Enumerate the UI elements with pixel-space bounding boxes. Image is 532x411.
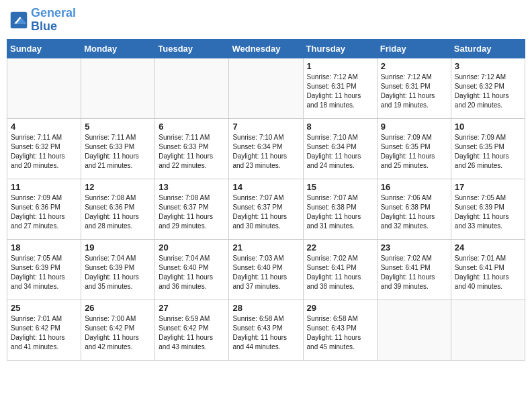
day-info: Sunrise: 7:08 AM Sunset: 6:37 PM Dayligh… bbox=[159, 193, 225, 231]
day-info: Sunrise: 7:12 AM Sunset: 6:32 PM Dayligh… bbox=[455, 73, 521, 110]
day-number: 19 bbox=[85, 242, 151, 253]
day-info: Sunrise: 7:07 AM Sunset: 6:38 PM Dayligh… bbox=[307, 193, 373, 231]
calendar-cell: 1Sunrise: 7:12 AM Sunset: 6:31 PM Daylig… bbox=[303, 58, 377, 118]
calendar-cell: 4Sunrise: 7:11 AM Sunset: 6:32 PM Daylig… bbox=[7, 118, 81, 179]
calendar-cell: 23Sunrise: 7:02 AM Sunset: 6:41 PM Dayli… bbox=[377, 239, 451, 300]
day-number: 13 bbox=[159, 182, 225, 192]
day-info: Sunrise: 7:11 AM Sunset: 6:32 PM Dayligh… bbox=[11, 133, 77, 171]
day-info: Sunrise: 7:10 AM Sunset: 6:34 PM Dayligh… bbox=[232, 133, 299, 171]
dow-header-tuesday: Tuesday bbox=[155, 39, 229, 58]
day-number: 27 bbox=[159, 303, 225, 313]
calendar-cell: 8Sunrise: 7:10 AM Sunset: 6:34 PM Daylig… bbox=[303, 118, 377, 179]
calendar-cell: 22Sunrise: 7:02 AM Sunset: 6:41 PM Dayli… bbox=[303, 239, 377, 300]
calendar-cell: 12Sunrise: 7:08 AM Sunset: 6:36 PM Dayli… bbox=[81, 179, 155, 239]
calendar-cell bbox=[229, 58, 303, 118]
day-number: 6 bbox=[159, 122, 225, 132]
day-number: 18 bbox=[11, 242, 77, 253]
day-number: 3 bbox=[455, 61, 521, 71]
logo-text: General Blue bbox=[31, 7, 76, 34]
calendar-cell: 29Sunrise: 6:58 AM Sunset: 6:43 PM Dayli… bbox=[303, 300, 377, 360]
dow-header-saturday: Saturday bbox=[451, 39, 525, 58]
day-number: 9 bbox=[381, 122, 447, 132]
day-info: Sunrise: 7:01 AM Sunset: 6:42 PM Dayligh… bbox=[11, 314, 77, 352]
day-info: Sunrise: 7:09 AM Sunset: 6:35 PM Dayligh… bbox=[455, 133, 521, 171]
calendar-cell bbox=[377, 300, 451, 360]
header: General Blue bbox=[7, 7, 525, 34]
calendar-table: SundayMondayTuesdayWednesdayThursdayFrid… bbox=[7, 39, 525, 361]
day-number: 20 bbox=[159, 242, 225, 253]
day-info: Sunrise: 7:04 AM Sunset: 6:40 PM Dayligh… bbox=[159, 254, 225, 291]
day-info: Sunrise: 7:09 AM Sunset: 6:36 PM Dayligh… bbox=[11, 193, 77, 231]
calendar-cell: 2Sunrise: 7:12 AM Sunset: 6:31 PM Daylig… bbox=[377, 58, 451, 118]
calendar-cell: 13Sunrise: 7:08 AM Sunset: 6:37 PM Dayli… bbox=[155, 179, 229, 239]
day-info: Sunrise: 7:03 AM Sunset: 6:40 PM Dayligh… bbox=[232, 254, 299, 291]
day-number: 29 bbox=[307, 303, 373, 313]
day-info: Sunrise: 7:01 AM Sunset: 6:41 PM Dayligh… bbox=[455, 254, 521, 291]
day-number: 11 bbox=[11, 182, 77, 192]
logo: General Blue bbox=[9, 7, 76, 34]
day-info: Sunrise: 7:07 AM Sunset: 6:37 PM Dayligh… bbox=[232, 193, 299, 231]
calendar-cell: 18Sunrise: 7:05 AM Sunset: 6:39 PM Dayli… bbox=[7, 239, 81, 300]
day-info: Sunrise: 7:00 AM Sunset: 6:42 PM Dayligh… bbox=[85, 314, 151, 352]
day-number: 8 bbox=[307, 122, 373, 132]
day-number: 2 bbox=[381, 61, 447, 71]
dow-header-monday: Monday bbox=[81, 39, 155, 58]
calendar-cell: 28Sunrise: 6:58 AM Sunset: 6:43 PM Dayli… bbox=[229, 300, 303, 360]
day-number: 15 bbox=[307, 182, 373, 192]
calendar-cell: 11Sunrise: 7:09 AM Sunset: 6:36 PM Dayli… bbox=[7, 179, 81, 239]
calendar-cell: 10Sunrise: 7:09 AM Sunset: 6:35 PM Dayli… bbox=[451, 118, 525, 179]
calendar-cell: 5Sunrise: 7:11 AM Sunset: 6:33 PM Daylig… bbox=[81, 118, 155, 179]
calendar-cell: 19Sunrise: 7:04 AM Sunset: 6:39 PM Dayli… bbox=[81, 239, 155, 300]
day-info: Sunrise: 7:09 AM Sunset: 6:35 PM Dayligh… bbox=[381, 133, 447, 171]
calendar-cell: 6Sunrise: 7:11 AM Sunset: 6:33 PM Daylig… bbox=[155, 118, 229, 179]
day-number: 26 bbox=[85, 303, 151, 313]
dow-header-wednesday: Wednesday bbox=[229, 39, 303, 58]
day-number: 1 bbox=[307, 61, 373, 71]
calendar-cell: 16Sunrise: 7:06 AM Sunset: 6:38 PM Dayli… bbox=[377, 179, 451, 239]
logo-icon bbox=[9, 11, 28, 30]
day-number: 24 bbox=[455, 242, 521, 253]
day-number: 22 bbox=[307, 242, 373, 253]
calendar-cell bbox=[155, 58, 229, 118]
calendar-cell: 25Sunrise: 7:01 AM Sunset: 6:42 PM Dayli… bbox=[7, 300, 81, 360]
day-info: Sunrise: 6:58 AM Sunset: 6:43 PM Dayligh… bbox=[307, 314, 373, 352]
calendar-cell bbox=[7, 58, 81, 118]
calendar-cell: 15Sunrise: 7:07 AM Sunset: 6:38 PM Dayli… bbox=[303, 179, 377, 239]
day-number: 25 bbox=[11, 303, 77, 313]
calendar-cell: 7Sunrise: 7:10 AM Sunset: 6:34 PM Daylig… bbox=[229, 118, 303, 179]
dow-header-thursday: Thursday bbox=[303, 39, 377, 58]
day-number: 10 bbox=[455, 122, 521, 132]
dow-header-sunday: Sunday bbox=[7, 39, 81, 58]
calendar-cell: 20Sunrise: 7:04 AM Sunset: 6:40 PM Dayli… bbox=[155, 239, 229, 300]
dow-header-friday: Friday bbox=[377, 39, 451, 58]
day-number: 14 bbox=[232, 182, 299, 192]
calendar-cell: 21Sunrise: 7:03 AM Sunset: 6:40 PM Dayli… bbox=[229, 239, 303, 300]
day-info: Sunrise: 6:58 AM Sunset: 6:43 PM Dayligh… bbox=[232, 314, 299, 352]
calendar-cell: 24Sunrise: 7:01 AM Sunset: 6:41 PM Dayli… bbox=[451, 239, 525, 300]
calendar-cell bbox=[81, 58, 155, 118]
day-info: Sunrise: 7:10 AM Sunset: 6:34 PM Dayligh… bbox=[307, 133, 373, 171]
day-info: Sunrise: 7:05 AM Sunset: 6:39 PM Dayligh… bbox=[11, 254, 77, 291]
day-info: Sunrise: 7:12 AM Sunset: 6:31 PM Dayligh… bbox=[307, 73, 373, 110]
day-info: Sunrise: 7:11 AM Sunset: 6:33 PM Dayligh… bbox=[159, 133, 225, 171]
day-info: Sunrise: 7:08 AM Sunset: 6:36 PM Dayligh… bbox=[85, 193, 151, 231]
calendar-cell: 26Sunrise: 7:00 AM Sunset: 6:42 PM Dayli… bbox=[81, 300, 155, 360]
calendar-cell: 27Sunrise: 6:59 AM Sunset: 6:42 PM Dayli… bbox=[155, 300, 229, 360]
calendar-cell: 9Sunrise: 7:09 AM Sunset: 6:35 PM Daylig… bbox=[377, 118, 451, 179]
calendar-cell: 3Sunrise: 7:12 AM Sunset: 6:32 PM Daylig… bbox=[451, 58, 525, 118]
day-number: 28 bbox=[232, 303, 299, 313]
day-number: 7 bbox=[232, 122, 299, 132]
day-number: 12 bbox=[85, 182, 151, 192]
day-info: Sunrise: 7:12 AM Sunset: 6:31 PM Dayligh… bbox=[381, 73, 447, 110]
day-info: Sunrise: 7:11 AM Sunset: 6:33 PM Dayligh… bbox=[85, 133, 151, 171]
day-number: 4 bbox=[11, 122, 77, 132]
day-info: Sunrise: 7:02 AM Sunset: 6:41 PM Dayligh… bbox=[307, 254, 373, 291]
day-info: Sunrise: 7:02 AM Sunset: 6:41 PM Dayligh… bbox=[381, 254, 447, 291]
day-info: Sunrise: 7:04 AM Sunset: 6:39 PM Dayligh… bbox=[85, 254, 151, 291]
day-info: Sunrise: 7:06 AM Sunset: 6:38 PM Dayligh… bbox=[381, 193, 447, 231]
day-number: 23 bbox=[381, 242, 447, 253]
day-info: Sunrise: 7:05 AM Sunset: 6:39 PM Dayligh… bbox=[455, 193, 521, 231]
day-number: 16 bbox=[381, 182, 447, 192]
calendar-cell: 14Sunrise: 7:07 AM Sunset: 6:37 PM Dayli… bbox=[229, 179, 303, 239]
calendar-cell: 17Sunrise: 7:05 AM Sunset: 6:39 PM Dayli… bbox=[451, 179, 525, 239]
